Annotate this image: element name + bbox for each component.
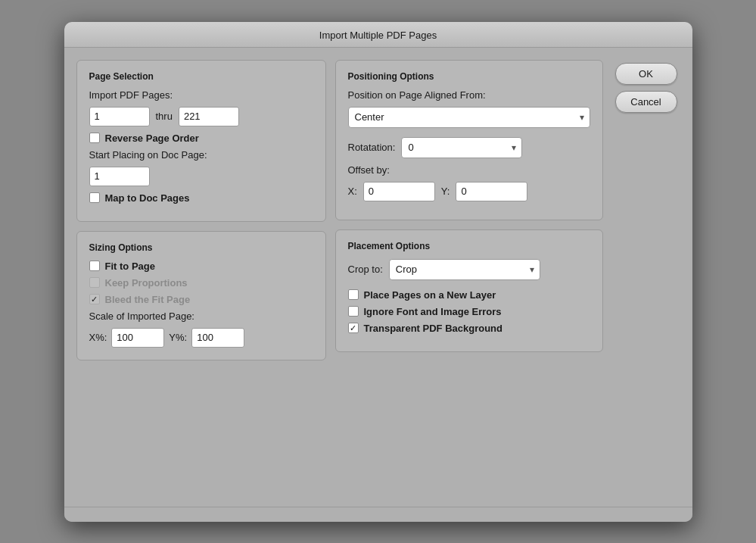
- rotation-label: Rotatation:: [348, 142, 396, 153]
- start-placing-row: [89, 167, 313, 186]
- bleed-fit-checkbox[interactable]: [89, 294, 100, 304]
- crop-select[interactable]: Crop Bleed Trim Slug Media Art: [389, 259, 540, 280]
- y-pct-label: Y%:: [169, 332, 187, 343]
- reverse-order-label: Reverse Page Order: [105, 133, 199, 144]
- map-to-doc-checkbox[interactable]: [89, 192, 100, 203]
- transparent-checkbox[interactable]: [348, 323, 359, 333]
- map-to-doc-row: Map to Doc Pages: [89, 192, 313, 204]
- x-pct-input[interactable]: [111, 328, 164, 348]
- y-offset-input[interactable]: [456, 182, 527, 201]
- left-column: Page Selection Import PDF Pages: thru Re…: [76, 60, 326, 495]
- ignore-font-checkbox[interactable]: [348, 306, 359, 317]
- positioning-options-title: Positioning Options: [348, 71, 590, 82]
- from-page-input[interactable]: [89, 107, 150, 126]
- reverse-order-checkbox[interactable]: [89, 133, 100, 143]
- start-placing-label: Start Placing on Doc Page:: [89, 149, 313, 161]
- y-offset-label: Y:: [441, 186, 450, 197]
- bleed-fit-label: Bleed the Fit Page: [105, 294, 191, 305]
- crop-to-row: Crop to: Crop Bleed Trim Slug Media Art: [348, 259, 590, 280]
- page-selection-panel: Page Selection Import PDF Pages: thru Re…: [76, 60, 326, 222]
- ok-button[interactable]: OK: [615, 63, 677, 85]
- thru-label: thru: [156, 111, 173, 122]
- ignore-font-label: Ignore Font and Image Errors: [364, 306, 502, 317]
- transparent-row: Transparent PDF Background: [348, 323, 590, 334]
- dialog-title: Import Multiple PDF Pages: [64, 22, 692, 48]
- import-pdf-dialog: Import Multiple PDF Pages Page Selection…: [64, 22, 692, 522]
- crop-to-label: Crop to:: [348, 264, 383, 275]
- import-pdf-pages-label: Import PDF Pages:: [89, 89, 313, 101]
- offset-label: Offset by:: [348, 164, 590, 176]
- new-layer-checkbox[interactable]: [348, 289, 359, 300]
- rotation-select[interactable]: 0 90 180 270: [401, 137, 522, 158]
- position-select[interactable]: Center Top Left Top Center Top Right Cen…: [348, 107, 590, 128]
- placement-options-title: Placement Options: [348, 241, 590, 251]
- action-column: OK Cancel: [612, 60, 680, 495]
- cancel-button[interactable]: Cancel: [615, 91, 677, 113]
- rotation-select-wrapper: 0 90 180 270: [401, 137, 522, 158]
- x-pct-label: X%:: [89, 332, 107, 343]
- right-column: Positioning Options Position on Page Ali…: [335, 60, 603, 495]
- sizing-options-title: Sizing Options: [89, 242, 313, 253]
- positioning-options-panel: Positioning Options Position on Page Ali…: [335, 60, 603, 220]
- sizing-options-panel: Sizing Options Fit to Page Keep Proporti…: [76, 231, 326, 360]
- x-offset-label: X:: [348, 186, 357, 197]
- page-range-row: thru: [89, 107, 313, 126]
- scale-row: X%: Y%:: [89, 328, 313, 348]
- fit-to-page-row: Fit to Page: [89, 261, 313, 272]
- keep-proportions-label: Keep Proportions: [105, 277, 188, 289]
- title-text: Import Multiple PDF Pages: [319, 30, 437, 41]
- offset-row: X: Y:: [348, 182, 590, 201]
- position-select-wrapper: Center Top Left Top Center Top Right Cen…: [348, 107, 590, 128]
- rotation-row: Rotatation: 0 90 180 270: [348, 137, 590, 158]
- transparent-label: Transparent PDF Background: [364, 323, 502, 334]
- position-aligned-label: Position on Page Aligned From:: [348, 89, 590, 101]
- page-selection-title: Page Selection: [89, 71, 313, 82]
- placement-options-panel: Placement Options Crop to: Crop Bleed Tr…: [335, 229, 603, 352]
- bleed-fit-row: Bleed the Fit Page: [89, 294, 313, 305]
- x-offset-input[interactable]: [363, 182, 435, 201]
- fit-to-page-label: Fit to Page: [105, 261, 155, 272]
- scale-label: Scale of Imported Page:: [89, 311, 313, 322]
- bottom-bar: [64, 507, 692, 522]
- y-pct-input[interactable]: [191, 328, 244, 348]
- to-page-input[interactable]: [179, 107, 239, 126]
- fit-to-page-checkbox[interactable]: [89, 261, 100, 271]
- reverse-order-row: Reverse Page Order: [89, 133, 313, 144]
- keep-proportions-row: Keep Proportions: [89, 277, 313, 289]
- crop-select-wrapper: Crop Bleed Trim Slug Media Art: [389, 259, 540, 280]
- new-layer-row: Place Pages on a New Layer: [348, 289, 590, 301]
- ignore-font-row: Ignore Font and Image Errors: [348, 306, 590, 317]
- keep-proportions-checkbox[interactable]: [89, 277, 100, 288]
- map-to-doc-label: Map to Doc Pages: [105, 192, 190, 204]
- start-placing-input[interactable]: [89, 167, 150, 186]
- new-layer-label: Place Pages on a New Layer: [364, 289, 496, 301]
